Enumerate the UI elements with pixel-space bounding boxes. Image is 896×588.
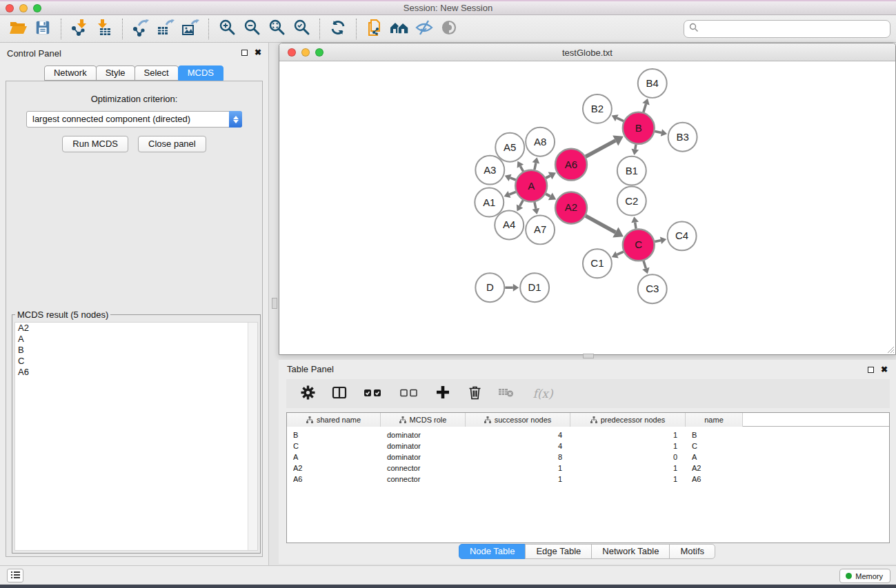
cell-name[interactable]: A (686, 452, 743, 463)
import-table-button[interactable] (92, 17, 117, 41)
graph-node-C1[interactable]: C1 (583, 249, 612, 278)
tab-edge-table[interactable]: Edge Table (525, 544, 592, 559)
close-table-panel-button[interactable]: ✖ (879, 365, 889, 374)
graph-edge-B-B1[interactable] (631, 144, 639, 155)
list-scrollbar[interactable] (248, 323, 257, 550)
cell-predecessor-nodes[interactable]: 1 (570, 463, 686, 474)
export-table-button[interactable] (153, 17, 178, 41)
cell-mcds-role[interactable]: connector (381, 463, 466, 474)
graph-edge-A-A5[interactable] (517, 161, 524, 172)
table-row[interactable]: A2 connector 1 1 A2 (287, 463, 889, 474)
cell-name[interactable]: A6 (686, 474, 743, 485)
graph-node-C[interactable]: C (623, 229, 655, 261)
cell-name[interactable]: B (686, 429, 743, 440)
cell-successor-nodes[interactable]: 4 (466, 440, 570, 452)
tab-mcds[interactable]: MCDS (178, 65, 223, 81)
zoom-in-button[interactable] (215, 17, 239, 41)
create-column-button[interactable] (434, 385, 452, 403)
cell-name[interactable]: A2 (686, 463, 743, 474)
graph-node-B2[interactable]: B2 (583, 94, 612, 123)
graph-node-D1[interactable]: D1 (520, 273, 549, 302)
graph-edge-A2-C[interactable] (586, 216, 624, 237)
zoom-out-button[interactable] (239, 17, 264, 41)
cell-mcds-role[interactable]: connector (381, 474, 466, 485)
zoom-fit-button[interactable] (264, 17, 289, 41)
select-all-button[interactable] (362, 385, 384, 403)
graph-node-A3[interactable]: A3 (475, 156, 504, 185)
column-visibility-button[interactable] (330, 385, 348, 403)
export-image-button[interactable] (178, 17, 203, 41)
column-header-shared-name[interactable]: shared name (287, 413, 381, 427)
search-input[interactable] (702, 22, 890, 36)
split-divider-handle-horizontal[interactable] (583, 354, 594, 358)
graph-node-C2[interactable]: C2 (617, 187, 646, 216)
memory-button[interactable]: Memory (839, 569, 890, 583)
graph-node-A2[interactable]: A2 (555, 192, 587, 224)
graph-edge-B-B3[interactable] (655, 129, 667, 136)
graph-edge-C-C3[interactable] (642, 261, 649, 274)
column-header-name[interactable]: name (686, 413, 743, 427)
graph-edge-A-A7[interactable] (532, 202, 540, 214)
graph-edge-A-A1[interactable] (504, 191, 516, 198)
home-view-button[interactable] (387, 17, 412, 41)
graph-node-A7[interactable]: A7 (526, 215, 555, 244)
column-header-mcds-role[interactable]: MCDS role (381, 413, 466, 427)
cell-shared-name[interactable]: A (287, 452, 381, 463)
column-header-predecessor-nodes[interactable]: predecessor nodes (570, 413, 686, 427)
graph-node-C4[interactable]: C4 (668, 221, 697, 250)
graph-node-A6[interactable]: A6 (555, 149, 587, 181)
float-table-panel-button[interactable] (866, 365, 875, 374)
graph-edge-A6-B[interactable] (586, 135, 624, 156)
cell-predecessor-nodes[interactable]: 1 (570, 429, 686, 440)
column-header-successor-nodes[interactable]: successor nodes (466, 413, 570, 427)
hide-graphics-details-button[interactable] (412, 17, 437, 41)
graph-node-A[interactable]: A (515, 170, 547, 202)
zoom-selected-button[interactable] (289, 17, 314, 41)
list-item[interactable]: A (15, 334, 257, 345)
graph-edge-C-C1[interactable] (612, 252, 624, 258)
close-panel-button-mcds[interactable]: Close panel (138, 136, 206, 152)
graph-edge-A-A4[interactable] (517, 200, 524, 211)
graph-node-C3[interactable]: C3 (638, 274, 667, 303)
delete-column-button[interactable] (466, 385, 484, 403)
list-item[interactable]: B (15, 345, 257, 356)
table-row[interactable]: C dominator 4 1 C (287, 440, 889, 452)
run-mcds-button[interactable]: Run MCDS (62, 136, 128, 152)
cell-shared-name[interactable]: A2 (287, 463, 381, 474)
tab-motifs[interactable]: Motifs (669, 544, 715, 559)
cell-mcds-role[interactable]: dominator (381, 429, 466, 440)
graph-edge-B-B4[interactable] (642, 99, 649, 112)
cell-mcds-role[interactable]: dominator (381, 452, 466, 463)
list-item[interactable]: A2 (15, 323, 257, 334)
cell-predecessor-nodes[interactable]: 1 (570, 474, 686, 485)
cell-shared-name[interactable]: A6 (287, 474, 381, 485)
graph-node-A4[interactable]: A4 (495, 210, 524, 239)
table-row[interactable]: A dominator 8 0 A (287, 452, 889, 463)
close-panel-button[interactable]: ✖ (253, 48, 263, 57)
graph-edge-A-A6[interactable] (546, 172, 556, 179)
mcds-result-list[interactable]: A2 A B C A6 (14, 322, 258, 551)
graph-edge-C-C2[interactable] (631, 216, 639, 229)
import-network-button[interactable] (67, 17, 92, 41)
graph-edge-D-D1[interactable] (505, 284, 519, 292)
cell-name[interactable]: C (686, 440, 743, 452)
cell-predecessor-nodes[interactable]: 0 (570, 452, 686, 463)
graph-node-A1[interactable]: A1 (475, 188, 504, 217)
graph-node-A5[interactable]: A5 (495, 133, 524, 162)
list-item[interactable]: C (15, 356, 257, 367)
tab-select[interactable]: Select (135, 65, 179, 81)
table-row[interactable]: A6 connector 1 1 A6 (287, 474, 889, 485)
clone-network-view-button[interactable] (362, 17, 387, 41)
apply-layout-button[interactable] (326, 17, 350, 41)
graph-node-B1[interactable]: B1 (617, 156, 646, 185)
float-panel-button[interactable] (239, 48, 249, 57)
task-history-button[interactable] (7, 569, 23, 582)
open-session-button[interactable] (6, 17, 30, 41)
cell-successor-nodes[interactable]: 4 (466, 429, 570, 440)
cell-successor-nodes[interactable]: 8 (466, 452, 570, 463)
tab-network-table[interactable]: Network Table (591, 544, 670, 559)
graph-edge-A-A3[interactable] (505, 174, 516, 181)
resize-grip[interactable] (885, 344, 895, 354)
graph-edge-C-C4[interactable] (655, 236, 666, 244)
criterion-dropdown[interactable]: largest connected component (directed) (26, 111, 242, 128)
